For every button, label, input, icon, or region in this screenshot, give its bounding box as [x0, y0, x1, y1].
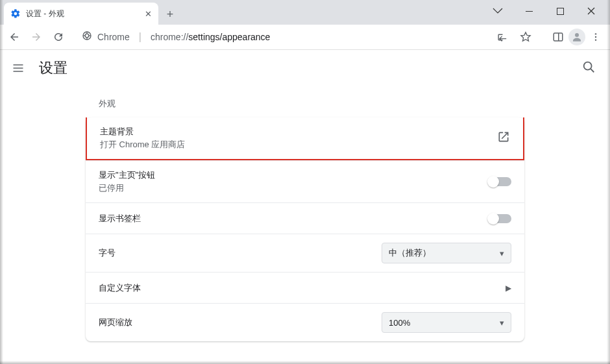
- custom-font-label: 自定义字体: [99, 282, 141, 294]
- theme-row[interactable]: 主题背景 打开 Chrome 应用商店: [86, 117, 524, 160]
- svg-point-14: [595, 36, 596, 38]
- open-external-icon: [497, 130, 510, 146]
- url-separator: |: [139, 31, 141, 43]
- section-title: 外观: [86, 98, 524, 110]
- bookmark-bar-toggle[interactable]: [488, 214, 511, 223]
- page-zoom-dropdown[interactable]: 100% ▾: [382, 312, 511, 333]
- appearance-card: 主题背景 打开 Chrome 应用商店 显示"主页"按钮 已停用 显示书签栏: [86, 117, 524, 341]
- tab-title: 设置 - 外观: [26, 8, 140, 19]
- theme-label: 主题背景: [100, 126, 185, 138]
- page-zoom-label: 网页缩放: [99, 317, 132, 328]
- chevron-right-icon: ▶: [506, 284, 511, 293]
- home-button-toggle[interactable]: [488, 177, 511, 186]
- svg-point-5: [85, 34, 89, 38]
- bookmark-bar-label: 显示书签栏: [99, 213, 141, 224]
- maximize-button[interactable]: [550, 8, 570, 15]
- url-path: settings/appearance: [188, 32, 270, 42]
- home-button-label: 显示"主页"按钮: [99, 169, 155, 181]
- theme-sub: 打开 Chrome 应用商店: [100, 139, 185, 151]
- search-icon[interactable]: [581, 60, 596, 77]
- new-tab-button[interactable]: +: [161, 5, 179, 23]
- home-button-row: 显示"主页"按钮 已停用: [86, 160, 524, 202]
- menu-dots-icon[interactable]: [587, 28, 605, 46]
- reload-button[interactable]: [49, 28, 67, 46]
- font-size-row: 字号 中（推荐） ▾: [86, 234, 524, 272]
- chevron-down-icon: ▾: [500, 249, 504, 258]
- page-title: 设置: [39, 58, 67, 78]
- font-size-value: 中（推荐）: [389, 247, 431, 259]
- svg-point-16: [584, 62, 592, 70]
- browser-tab[interactable]: 设置 - 外观 ✕: [4, 3, 158, 25]
- svg-point-15: [595, 39, 596, 40]
- minimize-button[interactable]: [519, 8, 539, 15]
- window-controls: [488, 0, 610, 22]
- content-area: 外观 主题背景 打开 Chrome 应用商店 显示"主页"按钮 已停用: [0, 86, 610, 341]
- site-info-icon[interactable]: [82, 30, 92, 43]
- profile-avatar-icon[interactable]: [568, 29, 585, 45]
- svg-point-12: [575, 33, 579, 37]
- font-size-dropdown[interactable]: 中（推荐） ▾: [382, 243, 511, 263]
- custom-font-row[interactable]: 自定义字体 ▶: [86, 272, 524, 303]
- svg-point-13: [595, 33, 596, 34]
- url-host: Chrome: [97, 32, 130, 42]
- forward-button[interactable]: [27, 28, 45, 46]
- page-zoom-row: 网页缩放 100% ▾: [86, 303, 524, 341]
- back-button[interactable]: [5, 28, 23, 46]
- close-window-button[interactable]: [581, 7, 601, 15]
- browser-toolbar: Chrome | chrome:// settings/appearance: [0, 25, 610, 50]
- page-zoom-value: 100%: [389, 318, 410, 328]
- gear-icon: [10, 8, 21, 19]
- tab-search-icon[interactable]: [488, 8, 507, 14]
- close-icon[interactable]: ✕: [145, 9, 152, 19]
- home-button-sub: 已停用: [99, 182, 155, 194]
- svg-line-17: [591, 69, 594, 72]
- font-size-label: 字号: [99, 247, 116, 259]
- address-bar[interactable]: Chrome | chrome:// settings/appearance: [75, 27, 541, 47]
- chevron-down-icon: ▾: [500, 318, 504, 328]
- bookmark-bar-row: 显示书签栏: [86, 202, 524, 234]
- svg-rect-1: [557, 8, 563, 14]
- share-icon[interactable]: [493, 28, 511, 46]
- page-header: 设置: [0, 50, 610, 86]
- hamburger-menu-icon[interactable]: [10, 60, 26, 76]
- tab-strip: 设置 - 外观 ✕ +: [0, 0, 610, 25]
- url-prefix: chrome://: [151, 32, 188, 42]
- side-panel-icon[interactable]: [549, 28, 567, 46]
- bookmark-star-icon[interactable]: [517, 28, 535, 46]
